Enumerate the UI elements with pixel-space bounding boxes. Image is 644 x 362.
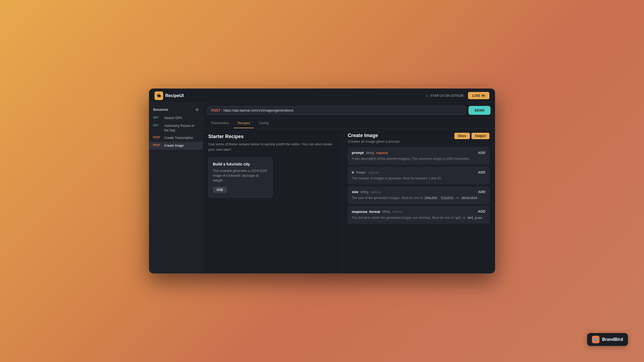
param-row-left: size string optional: [352, 190, 381, 194]
params-list: prompt string required ADD A text descri…: [342, 145, 495, 273]
param-name: prompt: [352, 151, 364, 155]
sidebar-item-create-transcription[interactable]: POST Create Transcription: [149, 134, 203, 142]
star-github-button[interactable]: ☆ STAR US ON GITHUB!: [425, 94, 464, 98]
sidebar-item-create-image[interactable]: POST Create Image: [149, 142, 203, 150]
method-badge-post: POST: [153, 144, 162, 147]
add-param-button[interactable]: ADD: [478, 171, 486, 174]
param-qualifier: optional: [368, 171, 379, 174]
recipe-card-desc: This example generates a 1024×1024 image…: [213, 168, 268, 183]
header-left: 🌦 RecipeUI: [155, 91, 184, 100]
header: 🌦 RecipeUI ☆ STAR US ON GITHUB! LOG IN: [149, 89, 495, 103]
brandbird-badge: 🐦 BrandBird: [587, 333, 628, 346]
url-input-wrapper[interactable]: POST https://api.openai.com/v1/images/ge…: [207, 106, 466, 115]
brandbird-icon: 🐦: [592, 336, 599, 343]
api-info: Create Image Creates an image given a pr…: [348, 133, 400, 143]
right-panel: Create Image Creates an image given a pr…: [342, 128, 495, 273]
main-layout: Sessions ⊕ GET Search GIFs GET Astronomy…: [149, 103, 495, 273]
param-desc: The format in which the generated images…: [352, 215, 485, 220]
param-type: string: [361, 190, 368, 194]
tab-recipes[interactable]: Recipes: [234, 118, 254, 128]
add-param-button[interactable]: ADD: [478, 151, 486, 155]
starter-recipes-desc: Use some of these recipes below to quick…: [208, 142, 337, 152]
add-param-button[interactable]: ADD: [478, 210, 486, 213]
param-row-left: prompt string required: [352, 151, 388, 155]
tabs-bar: Parameters Recipes Config: [203, 118, 495, 128]
method-badge-get: GET: [153, 116, 162, 119]
app-window: 🌦 RecipeUI ☆ STAR US ON GITHUB! LOG IN S…: [149, 88, 495, 274]
param-row-prompt: prompt string required ADD A text descri…: [348, 147, 489, 165]
param-row-top: prompt string required ADD: [352, 151, 485, 155]
send-button[interactable]: SEND: [469, 106, 491, 115]
param-type: string: [382, 210, 390, 213]
brandbird-text: BrandBird: [602, 337, 623, 342]
param-row-size: size string optional ADD The size of the…: [348, 186, 489, 204]
starter-recipes-title: Starter Recipes: [208, 134, 337, 139]
param-type: integer: [356, 171, 366, 174]
method-badge-post: POST: [153, 136, 162, 139]
sidebar-item-search-gifs[interactable]: GET Search GIFs: [149, 114, 203, 122]
sidebar-item-astronomy[interactable]: GET Astronomy Picture of the Day: [149, 122, 203, 134]
param-qualifier: required: [376, 151, 388, 154]
param-desc: The number of images to generate. Must b…: [352, 176, 485, 181]
param-qualifier: optional: [392, 210, 403, 213]
param-type: string: [366, 151, 374, 155]
sidebar-item-label: Search GIFs: [164, 116, 182, 120]
add-param-button[interactable]: ADD: [478, 190, 486, 194]
param-name: response_format: [352, 210, 380, 214]
header-right: ☆ STAR US ON GITHUB! LOG IN: [425, 92, 489, 99]
param-desc: A text description of the desired image(…: [352, 156, 485, 161]
url-text: https://api.openai.com/v1/images/generat…: [223, 108, 462, 112]
two-panel: Starter Recipes Use some of these recipe…: [203, 128, 495, 273]
logo-icon: 🌦: [155, 91, 163, 100]
output-button[interactable]: Output: [471, 133, 489, 139]
param-row-left: response_format string optional: [352, 210, 402, 214]
content-area: POST https://api.openai.com/v1/images/ge…: [203, 103, 495, 273]
url-method: POST: [211, 108, 221, 112]
docs-button[interactable]: Docs: [454, 133, 470, 139]
param-row-n: n integer optional ADD The number of ima…: [348, 167, 489, 184]
sidebar-item-label: Create Transcription: [164, 136, 193, 140]
param-row-top: n integer optional ADD: [352, 170, 485, 174]
recipe-card-title: Build a futuristic city: [213, 162, 268, 166]
use-recipe-button[interactable]: USE: [213, 187, 227, 193]
logo-text: RecipeUI: [165, 93, 184, 98]
tab-parameters[interactable]: Parameters: [207, 118, 233, 128]
param-row-response-format: response_format string optional ADD The …: [348, 206, 489, 224]
right-panel-header: Create Image Creates an image given a pr…: [342, 128, 495, 145]
sessions-header: Sessions ⊕: [149, 106, 203, 114]
login-button[interactable]: LOG IN: [468, 92, 489, 99]
param-qualifier: optional: [371, 190, 381, 194]
method-badge-get: GET: [153, 124, 162, 127]
api-desc: Creates an image given a prompt.: [348, 139, 400, 143]
param-desc: The size of the generated images. Must b…: [352, 195, 485, 201]
add-session-icon[interactable]: ⊕: [195, 107, 199, 112]
api-title: Create Image: [348, 133, 400, 138]
sidebar-item-label: Astronomy Picture of the Day: [164, 124, 199, 133]
tab-config[interactable]: Config: [255, 118, 273, 128]
sessions-label: Sessions: [153, 108, 168, 112]
sidebar-item-label: Create Image: [164, 143, 184, 148]
star-github-label: STAR US ON GITHUB!: [430, 94, 464, 98]
star-icon: ☆: [425, 94, 429, 98]
left-panel: Starter Recipes Use some of these recipe…: [203, 128, 342, 273]
sidebar: Sessions ⊕ GET Search GIFs GET Astronomy…: [149, 103, 203, 273]
param-row-left: n integer optional: [352, 170, 378, 174]
param-row-top: response_format string optional ADD: [352, 210, 485, 214]
param-row-top: size string optional ADD: [352, 190, 485, 194]
url-bar: POST https://api.openai.com/v1/images/ge…: [203, 103, 495, 118]
param-name: n: [352, 170, 354, 174]
param-name: size: [352, 190, 358, 194]
recipe-card: Build a futuristic city This example gen…: [208, 157, 273, 198]
docs-output-buttons: Docs Output: [454, 133, 489, 139]
